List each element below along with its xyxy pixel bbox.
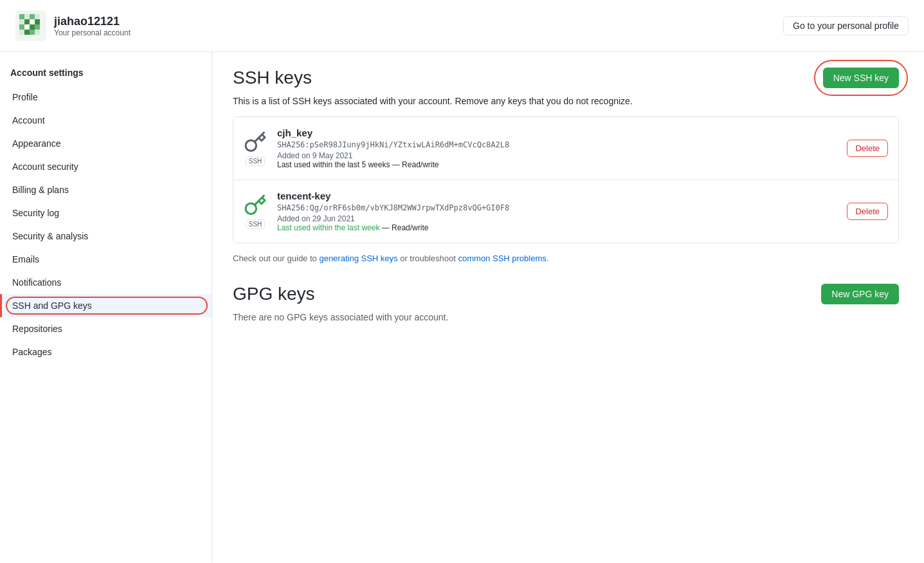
ssh-key-fingerprint-1: SHA256:Qg/orRF6sb0m/vbYKJ8M2WWJrpwTXdPpz… bbox=[277, 203, 837, 212]
sidebar-item-security-analysis[interactable]: Security & analysis bbox=[0, 225, 212, 248]
svg-rect-5 bbox=[19, 19, 24, 24]
sidebar-item-ssh-gpg[interactable]: SSH and GPG keys bbox=[0, 294, 212, 317]
svg-rect-11 bbox=[30, 24, 35, 30]
gpg-section-title: GPG keys bbox=[233, 284, 315, 304]
ssh-key-card-1: SSH tencent-key SHA256:Qg/orRF6sb0m/vbYK… bbox=[233, 180, 898, 243]
sidebar-item-account[interactable]: Account bbox=[0, 109, 212, 132]
sidebar-item-packages[interactable]: Packages bbox=[0, 340, 212, 364]
account-type: Your personal account bbox=[54, 28, 131, 37]
ssh-key-name-1: tencent-key bbox=[277, 190, 837, 201]
ssh-key-info-1: tencent-key SHA256:Qg/orRF6sb0m/vbYKJ8M2… bbox=[277, 190, 837, 232]
guide-middle: or troubleshoot bbox=[398, 254, 458, 263]
ssh-key-used-1: Last used within the last week — Read/wr… bbox=[277, 223, 837, 232]
header: jiahao12121 Your personal account Go to … bbox=[0, 0, 924, 52]
sidebar-item-notifications[interactable]: Notifications bbox=[0, 271, 212, 294]
svg-rect-16 bbox=[35, 30, 40, 35]
guide-prefix: Check out our guide to bbox=[233, 254, 319, 263]
ssh-key-info-0: cjh_key SHA256:pSeR98JIuny9jHkNi/YZtxiwL… bbox=[277, 127, 837, 169]
guide-link-problems[interactable]: common SSH problems bbox=[458, 254, 547, 263]
key-icon-0 bbox=[244, 131, 267, 154]
gpg-empty-text: There are no GPG keys associated with yo… bbox=[233, 312, 899, 322]
new-ssh-key-button[interactable]: New SSH key bbox=[823, 68, 899, 88]
main-content: SSH keys New SSH key This is a list of S… bbox=[212, 52, 919, 562]
svg-rect-14 bbox=[24, 30, 30, 35]
sidebar-item-profile[interactable]: Profile bbox=[0, 86, 212, 109]
svg-rect-1 bbox=[19, 14, 24, 19]
ssh-key-badge-1: SSH bbox=[246, 219, 266, 229]
ssh-section-title: SSH keys bbox=[233, 68, 312, 88]
delete-ssh-key-button-1[interactable]: Delete bbox=[847, 203, 888, 220]
ssh-key-badge-0: SSH bbox=[246, 156, 266, 166]
sidebar-item-appearance[interactable]: Appearance bbox=[0, 132, 212, 155]
ssh-key-card-0: SSH cjh_key SHA256:pSeR98JIuny9jHkNi/YZt… bbox=[233, 117, 898, 180]
ssh-key-used-suffix-0: — Read/write bbox=[392, 160, 439, 169]
sidebar-item-security-log[interactable]: Security log bbox=[0, 201, 212, 225]
ssh-key-fingerprint-0: SHA256:pSeR98JIuny9jHkNi/YZtxiwLAiR6dM+m… bbox=[277, 140, 837, 149]
ssh-key-used-suffix-1: — Read/write bbox=[382, 223, 429, 232]
header-user-text: jiahao12121 Your personal account bbox=[54, 15, 131, 37]
gpg-section-header: GPG keys New GPG key bbox=[233, 284, 899, 304]
svg-rect-7 bbox=[30, 19, 35, 24]
ssh-section-header: SSH keys New SSH key bbox=[233, 68, 899, 88]
ssh-key-name-0: cjh_key bbox=[277, 127, 837, 138]
ssh-key-used-text-0: Last used within the last 5 weeks bbox=[277, 160, 390, 169]
svg-rect-13 bbox=[19, 30, 24, 35]
sidebar: Account settings Profile Account Appeara… bbox=[0, 52, 212, 562]
header-user-info: jiahao12121 Your personal account bbox=[15, 10, 131, 41]
ssh-key-icon-wrap-1: SSH bbox=[244, 194, 267, 229]
ssh-key-used-0: Last used within the last 5 weeks — Read… bbox=[277, 160, 837, 169]
guide-suffix: . bbox=[547, 254, 549, 263]
svg-rect-12 bbox=[35, 24, 40, 30]
svg-rect-2 bbox=[24, 14, 30, 19]
new-ssh-key-button-wrapper: New SSH key bbox=[823, 68, 899, 88]
ssh-section-description: This is a list of SSH keys associated wi… bbox=[233, 96, 899, 106]
delete-ssh-key-button-0[interactable]: Delete bbox=[847, 140, 888, 157]
svg-rect-4 bbox=[35, 14, 40, 19]
avatar bbox=[15, 10, 46, 41]
svg-rect-8 bbox=[35, 19, 40, 24]
ssh-key-used-text-1: Last used within the last week bbox=[277, 223, 379, 232]
go-to-profile-button[interactable]: Go to your personal profile bbox=[783, 16, 909, 35]
svg-rect-3 bbox=[30, 14, 35, 19]
sidebar-item-repositories[interactable]: Repositories bbox=[0, 317, 212, 340]
sidebar-item-emails[interactable]: Emails bbox=[0, 248, 212, 271]
svg-rect-6 bbox=[24, 19, 30, 24]
guide-link-generating[interactable]: generating SSH keys bbox=[319, 254, 397, 263]
main-layout: Account settings Profile Account Appeara… bbox=[0, 52, 924, 562]
svg-rect-9 bbox=[19, 24, 24, 30]
sidebar-item-account-security[interactable]: Account security bbox=[0, 155, 212, 178]
username: jiahao12121 bbox=[54, 15, 131, 28]
svg-rect-15 bbox=[30, 30, 35, 35]
sidebar-heading: Account settings bbox=[0, 62, 212, 86]
ssh-key-added-0: Added on 9 May 2021 bbox=[277, 151, 837, 160]
ssh-key-added-1: Added on 29 Jun 2021 bbox=[277, 214, 837, 223]
ssh-key-icon-wrap-0: SSH bbox=[244, 131, 267, 166]
svg-rect-10 bbox=[24, 24, 30, 30]
key-icon-1 bbox=[244, 194, 267, 217]
new-gpg-key-button[interactable]: New GPG key bbox=[821, 284, 899, 304]
ssh-guide-text: Check out our guide to generating SSH ke… bbox=[233, 254, 899, 263]
ssh-keys-container: SSH cjh_key SHA256:pSeR98JIuny9jHkNi/YZt… bbox=[233, 116, 899, 243]
sidebar-item-billing[interactable]: Billing & plans bbox=[0, 178, 212, 201]
